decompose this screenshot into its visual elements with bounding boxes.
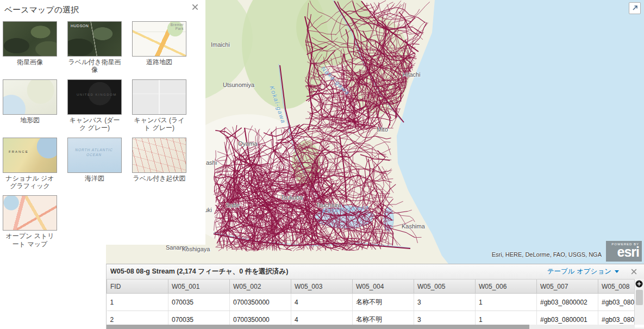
- basemap-item-osm[interactable]: オープン ストリート マップ: [3, 195, 57, 248]
- table-cell[interactable]: 名称不明: [353, 294, 414, 311]
- close-icon: [630, 268, 637, 275]
- table-row[interactable]: 107003507003500004名称不明31#gb03_0800002#gb…: [107, 294, 644, 311]
- thumbnail-text: HUDSON: [71, 24, 89, 28]
- basemap-thumbnail-terrain[interactable]: [3, 79, 57, 115]
- basemap-thumbnail-ocean[interactable]: NORTH ATLANTIC OCEAN: [67, 138, 122, 173]
- table-options-button[interactable]: テーブル オプション: [547, 264, 619, 279]
- basemap-label: キャンバス (ダーク グレー): [67, 116, 122, 132]
- basemap-item-satellite-labels[interactable]: HUDSONラベル付き衛星画像: [67, 21, 122, 74]
- column-header-w05_007[interactable]: W05_007: [537, 280, 598, 294]
- basemap-item-relief[interactable]: ラベル付き起伏図: [132, 138, 186, 190]
- basemap-label: 地形図: [3, 116, 57, 124]
- basemap-grid: 衛星画像HUDSONラベル付き衛星画像Bremer Park道路地図地形図UNI…: [0, 18, 205, 248]
- basemap-thumbnail-satellite-labels[interactable]: HUDSON: [67, 21, 122, 57]
- basemap-thumbnail-natgeo[interactable]: FRANCE: [3, 138, 57, 173]
- basemap-label: 衛星画像: [3, 58, 57, 66]
- thumbnail-text: NORTH ATLANTIC OCEAN: [74, 147, 114, 158]
- table-cell[interactable]: 070035: [168, 294, 230, 311]
- esri-brand-text: esri: [606, 246, 639, 259]
- close-icon: [191, 3, 199, 11]
- sea: [397, 0, 644, 264]
- column-header-fid[interactable]: FID: [107, 280, 168, 294]
- column-header-row: FIDW05_001W05_002W05_003W05_004W05_005W0…: [107, 280, 644, 294]
- table-close-button[interactable]: [630, 268, 637, 275]
- basemap-thumbnail-relief[interactable]: [132, 138, 186, 173]
- attribute-table-panel: W05-08 08-g Stream (2,174 フィーチャ、0 件を選択済み…: [106, 264, 644, 329]
- expand-arrow-icon: [631, 4, 639, 12]
- basemap-thumbnail-satellite[interactable]: [3, 21, 57, 57]
- basemap-label: 海洋図: [67, 175, 122, 182]
- page-background: [0, 245, 106, 329]
- column-header-w05_002[interactable]: W05_002: [230, 280, 291, 294]
- table-cell[interactable]: 1: [476, 294, 537, 311]
- scrollbar-thumb[interactable]: [107, 325, 529, 329]
- basemap-panel-title: ベースマップの選択: [0, 0, 205, 18]
- basemap-label: オープン ストリート マップ: [3, 232, 57, 248]
- column-header-w05_003[interactable]: W05_003: [291, 280, 353, 294]
- column-header-w05_005[interactable]: W05_005: [414, 280, 476, 294]
- basemap-thumbnail-canvas-dark[interactable]: UNITED KINGDOM: [67, 79, 122, 115]
- attribute-table-header: W05-08 08-g Stream (2,174 フィーチャ、0 件を選択済み…: [107, 264, 644, 280]
- basemap-item-satellite[interactable]: 衛星画像: [3, 21, 57, 74]
- table-cell[interactable]: 4: [291, 294, 353, 311]
- esri-logo: POWERED BY esri: [606, 241, 642, 262]
- basemap-thumbnail-osm[interactable]: [3, 195, 57, 231]
- basemap-item-canvas-light[interactable]: キャンバス (ライト グレー): [132, 79, 186, 132]
- plus-circle-icon: [635, 280, 643, 288]
- thumbnail-text: Bremer Park: [171, 23, 184, 30]
- scrollbar-thumb[interactable]: [636, 290, 643, 305]
- basemap-label: ラベル付き衛星画像: [67, 58, 122, 74]
- column-header-w05_004[interactable]: W05_004: [353, 280, 414, 294]
- table-title: W05-08 08-g Stream (2,174 フィーチャ、0 件を選択済み…: [107, 267, 289, 276]
- table-body: FIDW05_001W05_002W05_003W05_004W05_005W0…: [107, 280, 644, 328]
- basemap-item-terrain[interactable]: 地形図: [3, 79, 57, 132]
- basemap-close-button[interactable]: [191, 3, 199, 11]
- basemap-label: ナショナル ジオグラフィック: [3, 175, 57, 190]
- basemap-panel: ベースマップの選択 衛星画像HUDSONラベル付き衛星画像Bremer Park…: [0, 0, 205, 245]
- table-cell[interactable]: 1: [107, 294, 168, 311]
- basemap-item-canvas-dark[interactable]: UNITED KINGDOMキャンバス (ダーク グレー): [67, 79, 122, 132]
- basemap-label: 道路地図: [132, 58, 186, 66]
- thumbnail-text: UNITED KINGDOM: [77, 93, 117, 96]
- add-plus-button[interactable]: [635, 280, 643, 288]
- table-cell[interactable]: #gb03_0800002: [537, 294, 598, 311]
- caret-down-icon: [615, 270, 619, 273]
- basemap-item-ocean[interactable]: NORTH ATLANTIC OCEAN海洋図: [67, 138, 122, 190]
- map-attribution: Esri, HERE, DeLorme, FAO, USGS, NGA: [492, 251, 602, 258]
- basemap-item-roads[interactable]: Bremer Park道路地図: [132, 21, 186, 74]
- table-options-label: テーブル オプション: [547, 267, 611, 276]
- expand-map-button[interactable]: [629, 2, 641, 14]
- thumbnail-text: FRANCE: [9, 150, 29, 153]
- basemap-thumbnail-roads[interactable]: Bremer Park: [132, 21, 186, 57]
- column-header-w05_001[interactable]: W05_001: [168, 280, 230, 294]
- attribute-table: FIDW05_001W05_002W05_003W05_004W05_005W0…: [107, 280, 644, 328]
- table-cell[interactable]: 3: [414, 294, 476, 311]
- basemap-label: キャンバス (ライト グレー): [132, 116, 186, 132]
- table-cell[interactable]: 0700350000: [230, 294, 291, 311]
- basemap-item-natgeo[interactable]: FRANCEナショナル ジオグラフィック: [3, 138, 57, 190]
- column-header-w05_006[interactable]: W05_006: [476, 280, 537, 294]
- basemap-label: ラベル付き起伏図: [132, 175, 186, 182]
- horizontal-scrollbar[interactable]: [107, 325, 635, 329]
- basemap-thumbnail-canvas-light[interactable]: [132, 79, 186, 115]
- app-window: ImaichiUtsunomiyaHitachiOyamaMitoashiSat…: [0, 0, 644, 329]
